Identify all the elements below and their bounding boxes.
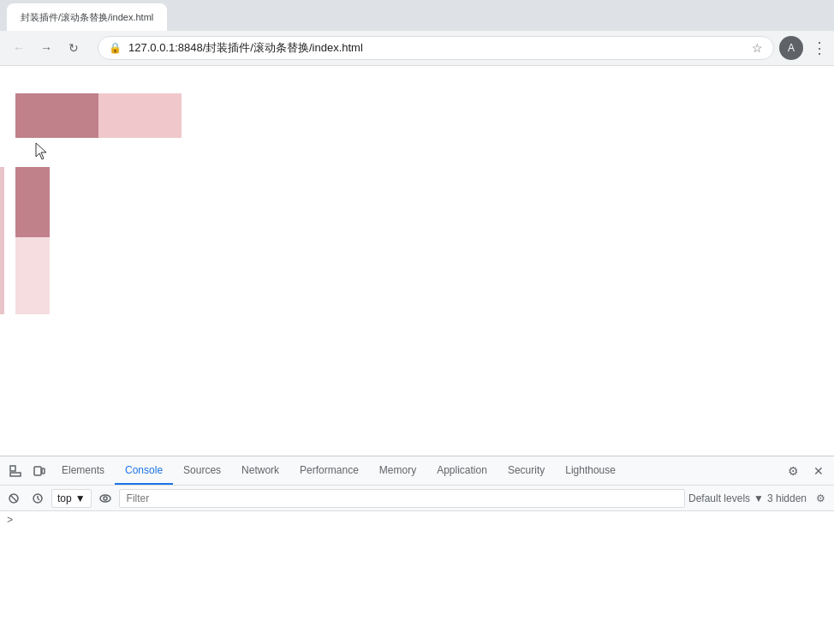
hidden-count: 3 hidden (767, 492, 807, 504)
svg-rect-1 (10, 473, 21, 476)
svg-point-9 (100, 495, 110, 502)
tab-application[interactable]: Application (426, 456, 497, 485)
profile-button[interactable]: A (779, 36, 803, 60)
svg-rect-2 (34, 467, 41, 475)
levels-label: Default levels (688, 492, 750, 504)
levels-dropdown-arrow: ▼ (754, 492, 764, 504)
forward-button[interactable]: → (34, 36, 58, 60)
browser-chrome: 封装插件/滚动条替换/index.html ← → ↻ 🔒 127.0.0.1:… (0, 0, 834, 66)
console-settings-button[interactable]: ⚙ (810, 488, 831, 509)
menu-button[interactable]: ⋮ (812, 39, 827, 57)
tab-console[interactable]: Console (115, 456, 173, 485)
preserve-log-button[interactable] (27, 488, 48, 509)
cursor (33, 141, 50, 162)
context-selector[interactable]: top ▼ (51, 489, 92, 508)
inspect-element-button[interactable] (3, 459, 27, 483)
dark-pink-box (15, 93, 98, 138)
tab-title: 封装插件/滚动条替换/index.html (21, 11, 153, 24)
clear-console-button[interactable] (3, 488, 24, 509)
tab-lighthouse[interactable]: Lighthouse (555, 456, 626, 485)
device-toolbar-button[interactable] (27, 459, 51, 483)
svg-line-5 (10, 495, 17, 502)
devtools-actions: ⚙ ✕ (781, 459, 831, 483)
page-content (0, 66, 834, 456)
console-content[interactable]: > (0, 511, 834, 644)
tab-sources[interactable]: Sources (173, 456, 231, 485)
context-value: top (57, 492, 72, 504)
tab-bar: 封装插件/滚动条替换/index.html (0, 0, 834, 31)
bookmark-button[interactable]: ☆ (752, 41, 763, 55)
tab-network[interactable]: Network (231, 456, 289, 485)
console-toolbar: top ▼ Default levels ▼ 3 hidden ⚙ (0, 486, 834, 511)
viewport (0, 66, 834, 456)
prompt-arrow: > (7, 515, 13, 527)
devtools-settings-button[interactable]: ⚙ (781, 459, 805, 483)
devtools-panel: Elements Console Sources Network Perform… (0, 456, 834, 644)
filter-input[interactable] (119, 489, 685, 508)
nav-buttons: ← → ↻ (7, 36, 86, 60)
svg-line-8 (38, 498, 39, 500)
top-box-row (15, 93, 182, 138)
tab-security[interactable]: Security (497, 456, 555, 485)
url-text: 127.0.0.1:8848/封装插件/滚动条替换/index.html (128, 40, 745, 56)
vertical-dark-strip (15, 167, 50, 237)
tab-performance[interactable]: Performance (289, 456, 369, 485)
console-prompt-line[interactable]: > (7, 515, 827, 527)
vertical-light-strip (15, 237, 50, 314)
context-dropdown-arrow: ▼ (75, 492, 86, 504)
eye-button[interactable] (95, 488, 116, 509)
active-tab[interactable]: 封装插件/滚动条替换/index.html (7, 3, 167, 31)
tab-memory[interactable]: Memory (369, 456, 426, 485)
light-pink-box (98, 93, 182, 138)
levels-selector[interactable]: Default levels ▼ (688, 492, 764, 504)
svg-point-10 (104, 497, 107, 500)
devtools-tabs: Elements Console Sources Network Perform… (51, 456, 781, 485)
left-edge-strip (0, 167, 4, 314)
back-button[interactable]: ← (7, 36, 31, 60)
lock-icon: 🔒 (109, 42, 122, 54)
refresh-button[interactable]: ↻ (62, 36, 86, 60)
svg-rect-0 (10, 466, 15, 471)
devtools-close-button[interactable]: ✕ (807, 459, 831, 483)
devtools-toolbar: Elements Console Sources Network Perform… (0, 456, 834, 486)
address-bar[interactable]: 🔒 127.0.0.1:8848/封装插件/滚动条替换/index.html ☆ (98, 36, 774, 60)
tab-elements[interactable]: Elements (51, 456, 115, 485)
svg-rect-3 (42, 468, 45, 474)
